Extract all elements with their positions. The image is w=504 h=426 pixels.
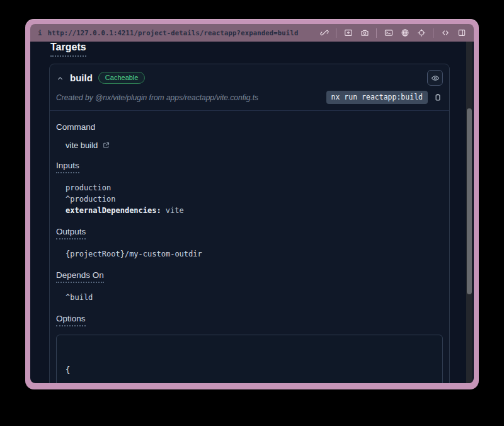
target-icon[interactable] [416,28,426,38]
toolbar-divider [376,28,377,38]
options-label[interactable]: Options [56,314,86,326]
input-item: production [66,182,443,193]
targets-heading[interactable]: Targets [50,42,86,57]
cacheable-badge: Cacheable [98,72,146,84]
created-by-row: Created by @nx/vite/plugin from apps/rea… [50,88,449,111]
toolbar-actions [319,28,466,38]
browser-toolbar: i http://127.0.0.1:4211/project-details/… [30,24,474,42]
globe-icon[interactable] [400,28,410,38]
code-line: { [66,365,433,376]
terminal-icon[interactable] [384,28,393,38]
scrollbar-thumb[interactable] [467,108,472,294]
frame-download-icon[interactable] [343,28,353,38]
command-label: Command [56,122,95,132]
inputs-label[interactable]: Inputs [56,161,79,173]
depends-on-item: ^build [66,292,443,303]
external-link-icon[interactable] [102,141,111,150]
depends-on-section: Depends On ^build [56,269,443,303]
depends-on-label[interactable]: Depends On [56,270,104,283]
toolbar-divider [336,28,336,38]
browser-window: i http://127.0.0.1:4211/project-details/… [25,19,479,389]
columns-icon[interactable] [457,28,466,38]
project-details-page: Targets build Cacheable [30,42,474,383]
outputs-section: Outputs {projectRoot}/my-custom-outdir [56,226,443,260]
input-item: ^production [66,193,443,205]
command-value: vite build [66,141,443,150]
target-name: build [70,72,93,83]
input-key: externalDependencies: [66,206,161,215]
run-command-chip: nx run reactapp:build [326,91,428,104]
info-icon: i [38,29,42,37]
options-code-block: { "cwd": "apps/reactapp" } [56,335,443,383]
target-card-build: build Cacheable Created by @nx/vite/plug… [49,64,450,383]
toolbar-divider [433,28,433,38]
build-details: Command vite build Inputs [50,111,449,383]
scrollbar[interactable] [466,42,472,383]
command-text: vite build [66,141,98,150]
input-item: externalDependencies:vite [66,205,443,216]
command-section: Command vite build [56,121,443,150]
depends-on-list: ^build [66,292,443,303]
output-item: {projectRoot}/my-custom-outdir [66,248,443,260]
link-icon[interactable] [319,28,329,38]
inputs-list: production ^production externalDependenc… [66,182,443,216]
camera-icon[interactable] [360,28,369,38]
build-header[interactable]: build Cacheable [50,64,449,88]
address-bar[interactable]: http://127.0.0.1:4211/project-details/re… [48,29,299,37]
created-by-text: Created by @nx/vite/plugin from apps/rea… [56,93,258,102]
outputs-list: {projectRoot}/my-custom-outdir [66,248,443,260]
copy-icon[interactable] [433,93,443,102]
outputs-label[interactable]: Outputs [56,227,86,239]
code-icon[interactable] [440,28,450,38]
input-value: vite [166,206,184,215]
view-eye-button[interactable] [427,70,443,86]
options-section: Options { "cwd": "apps/reactapp" } [56,313,443,383]
inputs-section: Inputs production ^production externalDe… [56,159,443,216]
chevron-up-icon[interactable] [56,74,64,82]
